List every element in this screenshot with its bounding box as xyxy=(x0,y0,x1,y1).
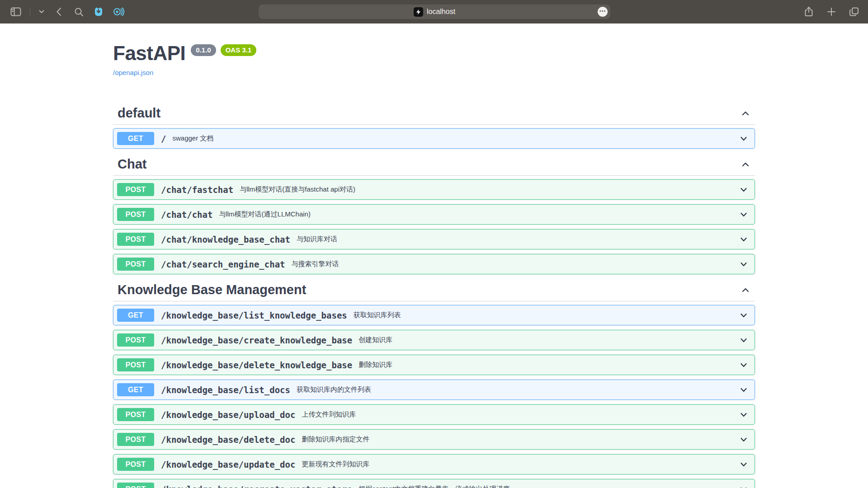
chevron-left-icon xyxy=(56,7,61,16)
method-badge: POST xyxy=(117,433,154,446)
section-title: default xyxy=(118,106,160,121)
operation-summary: 创建知识库 xyxy=(359,336,392,344)
operation-row[interactable]: GET /knowledge_base/list_docs 获取知识库内的文件列… xyxy=(113,380,755,400)
chevron-down-icon[interactable] xyxy=(739,460,748,469)
chevron-down-icon[interactable] xyxy=(739,410,748,419)
oas-badge: OAS 3.1 xyxy=(221,44,257,56)
chevron-down-icon[interactable] xyxy=(739,235,748,244)
operation-row[interactable]: POST /knowledge_base/recreate_vector_sto… xyxy=(113,479,755,488)
chevron-up-icon[interactable] xyxy=(741,108,750,118)
page-title: FastAPI xyxy=(113,42,185,64)
section-title: Knowledge Base Management xyxy=(118,282,306,297)
toolbar-divider xyxy=(30,8,30,16)
sidebar-toggle-button[interactable] xyxy=(9,5,23,19)
version-badge: 0.1.0 xyxy=(191,44,216,56)
operation-summary: 删除知识库 xyxy=(359,361,392,369)
operation-row[interactable]: GET / swagger 文档 xyxy=(113,128,755,149)
chevron-down-icon[interactable] xyxy=(739,311,748,320)
api-info: FastAPI 0.1.0 OAS 3.1 /openapi.json xyxy=(113,42,755,77)
operation-summary: 与搜索引擎对话 xyxy=(292,260,339,268)
search-icon xyxy=(74,7,84,17)
operation-summary: 获取知识库列表 xyxy=(354,311,401,319)
section-header[interactable]: Chat xyxy=(113,153,755,176)
sidebar-icon xyxy=(10,7,21,16)
api-section: Chat POST /chat/fastchat 与llm模型对话(直接与fas… xyxy=(113,153,755,274)
operation-row[interactable]: POST /chat/knowledge_base_chat 与知识库对话 xyxy=(113,229,755,249)
operation-row[interactable]: GET /knowledge_base/list_knowledge_bases… xyxy=(113,305,755,325)
chevron-up-icon[interactable] xyxy=(741,160,750,169)
operation-row[interactable]: POST /chat/chat 与llm模型对话(通过LLMChain) xyxy=(113,204,755,225)
page-body: FastAPI 0.1.0 OAS 3.1 /openapi.json defa… xyxy=(0,23,868,488)
operation-row[interactable]: POST /knowledge_base/delete_knowledge_ba… xyxy=(113,355,755,375)
operation-path: /knowledge_base/recreate_vector_store xyxy=(161,484,352,488)
extension-circles-button[interactable] xyxy=(112,5,125,19)
openapi-spec-link[interactable]: /openapi.json xyxy=(113,69,153,76)
chevron-down-icon[interactable] xyxy=(739,134,748,143)
operation-row[interactable]: POST /knowledge_base/delete_doc 删除知识库内指定… xyxy=(113,429,755,450)
method-badge: GET xyxy=(117,132,154,145)
operation-path: /chat/chat xyxy=(161,210,212,220)
operation-path: /knowledge_base/upload_doc xyxy=(161,410,295,420)
tabs-icon xyxy=(849,6,859,17)
new-tab-button[interactable] xyxy=(825,5,838,19)
extension-shield-button[interactable] xyxy=(92,5,105,19)
back-button[interactable] xyxy=(52,5,66,19)
operation-row[interactable]: POST /chat/search_engine_chat 与搜索引擎对话 xyxy=(113,254,755,274)
operation-path: /knowledge_base/update_doc xyxy=(161,460,295,469)
api-sections: default GET / swagger 文档 Chat POST /chat… xyxy=(113,102,755,488)
share-button[interactable] xyxy=(802,5,816,19)
method-badge: GET xyxy=(117,309,154,322)
operation-path: /knowledge_base/delete_knowledge_base xyxy=(161,360,352,370)
chevron-down-icon[interactable] xyxy=(739,336,748,345)
method-badge: POST xyxy=(117,458,154,471)
section-header[interactable]: default xyxy=(113,102,755,125)
operation-path: /chat/fastchat xyxy=(161,185,233,195)
operation-path: /knowledge_base/list_docs xyxy=(161,385,290,395)
method-badge: POST xyxy=(117,333,154,347)
api-section: default GET / swagger 文档 xyxy=(113,102,755,149)
section-title: Chat xyxy=(118,157,146,172)
operation-summary: 与知识库对话 xyxy=(297,235,337,244)
operation-summary: 上传文件到知识库 xyxy=(302,410,356,419)
section-header[interactable]: Knowledge Base Management xyxy=(113,279,755,301)
chevron-down-icon[interactable] xyxy=(739,435,748,444)
api-section: Knowledge Base Management GET /knowledge… xyxy=(113,279,755,488)
method-badge: POST xyxy=(117,258,154,271)
chevron-down-icon xyxy=(39,10,44,14)
site-favicon xyxy=(414,7,423,17)
browser-toolbar: localhost ••• xyxy=(0,0,868,23)
chevron-down-icon[interactable] xyxy=(739,185,748,194)
operation-summary: swagger 文档 xyxy=(172,134,213,143)
operation-row[interactable]: POST /knowledge_base/create_knowledge_ba… xyxy=(113,330,755,350)
ripple-star-extension-icon xyxy=(113,6,124,17)
chevron-down-icon[interactable] xyxy=(739,260,748,269)
chevron-down-icon[interactable] xyxy=(739,485,748,488)
method-badge: POST xyxy=(117,483,154,488)
ellipsis-icon: ••• xyxy=(599,9,606,15)
operation-row[interactable]: POST /chat/fastchat 与llm模型对话(直接与fastchat… xyxy=(113,179,755,200)
method-badge: POST xyxy=(117,358,154,371)
operation-path: /chat/search_engine_chat xyxy=(161,259,285,269)
page-settings-button[interactable]: ••• xyxy=(598,7,608,17)
chevron-up-icon[interactable] xyxy=(741,285,750,295)
chevron-down-icon[interactable] xyxy=(739,361,748,370)
operation-summary: 获取知识库内的文件列表 xyxy=(297,385,371,394)
operation-summary: 删除知识库内指定文件 xyxy=(302,435,369,444)
chevron-down-icon[interactable] xyxy=(739,210,748,219)
operation-row[interactable]: POST /knowledge_base/upload_doc 上传文件到知识库 xyxy=(113,404,755,425)
operation-path: /knowledge_base/list_knowledge_bases xyxy=(161,310,347,320)
method-badge: POST xyxy=(117,408,154,421)
operation-summary: 与llm模型对话(通过LLMChain) xyxy=(219,210,311,219)
method-badge: POST xyxy=(117,233,154,246)
operation-path: /knowledge_base/delete_doc xyxy=(161,435,295,445)
address-url: localhost xyxy=(427,8,455,16)
operation-row[interactable]: POST /knowledge_base/update_doc 更新现有文件到知… xyxy=(113,454,755,474)
method-badge: POST xyxy=(117,183,154,196)
operation-list: POST /chat/fastchat 与llm模型对话(直接与fastchat… xyxy=(113,176,755,274)
tab-overview-button[interactable] xyxy=(847,5,861,19)
address-bar[interactable]: localhost ••• xyxy=(259,5,610,19)
sidebar-menu-chevron-button[interactable] xyxy=(38,5,46,19)
search-button[interactable] xyxy=(72,5,85,19)
chevron-down-icon[interactable] xyxy=(739,385,748,394)
operation-path: /knowledge_base/create_knowledge_base xyxy=(161,335,352,345)
